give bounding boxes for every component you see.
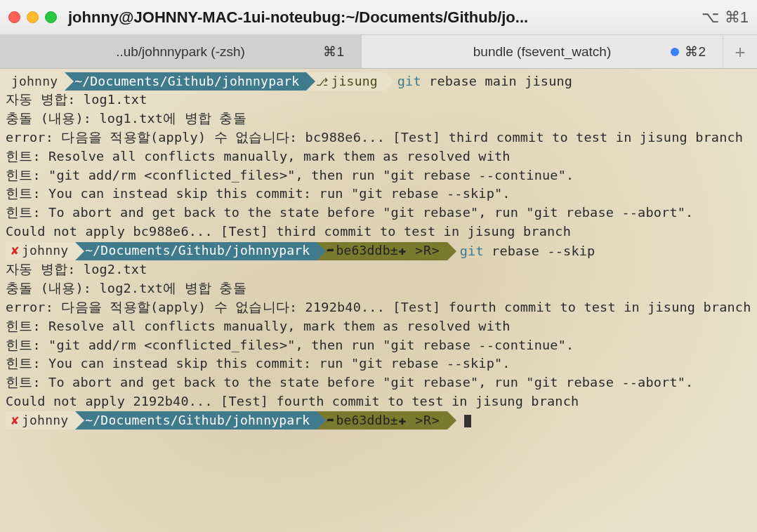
output-line: Could not apply 2192b40... [Test] fourth… (6, 392, 751, 411)
cursor (464, 415, 471, 427)
git-keyword: git (397, 74, 421, 88)
commit-icon (327, 411, 336, 430)
window-titlebar: johnny@JOHNNY-MAC-1ui-noteubug:~/Documen… (0, 0, 757, 35)
output-line: error: 다음을 적용할(apply) 수 없습니다: bc988e6...… (6, 128, 751, 147)
tab-1-shortcut: ⌘1 (323, 44, 344, 60)
tab-2-label: bundle (fsevent_watch) (473, 44, 611, 60)
git-status-icons: ±✚ >R> (390, 241, 440, 260)
prompt-line-2: ✘johnny ~/Documents/Github/johnnypark be… (6, 242, 595, 261)
tab-1-label: ..ub/johnnypark (-zsh) (116, 44, 245, 60)
output-line: 자동 병합: log2.txt (6, 260, 751, 279)
tab-2-shortcut: ⌘2 (685, 44, 706, 60)
prompt-line-1: johnny ~/Documents/Github/johnnypark jis… (6, 72, 572, 91)
tab-1[interactable]: ..ub/johnnypark (-zsh) ⌘1 (0, 35, 362, 68)
output-line: 힌트: To abort and get back to the state b… (6, 204, 751, 222)
prompt-user: ✘johnny (6, 242, 75, 260)
output-line: Could not apply bc988e6... [Test] third … (6, 222, 751, 241)
output-line: 충돌 (내용): log1.txt에 병합 충돌 (6, 109, 751, 128)
output-line: 힌트: "git add/rm <conflicted_files>", the… (6, 166, 751, 185)
output-line: error: 다음을 적용할(apply) 수 없습니다: 2192b40...… (6, 298, 751, 317)
error-x-icon: ✘ (11, 241, 19, 260)
branch-icon (316, 72, 331, 91)
alt-icon: ⌥ (702, 8, 719, 27)
window-title: johnny@JOHNNY-MAC-1ui-noteubug:~/Documen… (68, 8, 702, 27)
zoom-button[interactable] (45, 11, 57, 23)
prompt-path: ~/Documents/Github/johnnypark (75, 411, 317, 430)
prompt-line-3: ✘johnny ~/Documents/Github/johnnypark be… (6, 411, 471, 430)
terminal-viewport[interactable]: johnny ~/Documents/Github/johnnypark jis… (0, 69, 757, 532)
prompt-commit: be63ddb ±✚ >R> (317, 411, 447, 430)
prompt-branch: jisung (306, 72, 384, 91)
commit-icon (327, 241, 336, 260)
cmd-shortcut: ⌘1 (725, 8, 749, 27)
new-tab-button[interactable]: + (723, 35, 757, 68)
prompt-commit: be63ddb ±✚ >R> (317, 242, 447, 260)
prompt-path: ~/Documents/Github/johnnypark (65, 72, 306, 91)
output-line: 힌트: You can instead skip this commit: ru… (6, 185, 751, 204)
close-button[interactable] (8, 11, 20, 23)
tab-bar: ..ub/johnnypark (-zsh) ⌘1 bundle (fseven… (0, 35, 757, 69)
output-line: 힌트: "git add/rm <conflicted_files>", the… (6, 336, 751, 355)
output-line: 자동 병합: log1.txt (6, 91, 751, 109)
output-line: 힌트: You can instead skip this commit: ru… (6, 354, 751, 373)
output-line: 충돌 (내용): log2.txt에 병합 충돌 (6, 279, 751, 298)
minimize-button[interactable] (27, 11, 39, 23)
command-2: git rebase --skip (447, 242, 595, 261)
error-x-icon: ✘ (11, 411, 19, 430)
git-status-icons: ±✚ >R> (390, 411, 440, 430)
window-shortcut: ⌥⌘1 (702, 8, 749, 27)
prompt-path: ~/Documents/Github/johnnypark (75, 242, 317, 260)
output-line: 힌트: Resolve all conflicts manually, mark… (6, 147, 751, 166)
traffic-lights (8, 11, 57, 23)
prompt-user: johnny (6, 72, 65, 91)
tab-2[interactable]: bundle (fsevent_watch) ⌘2 (362, 35, 723, 68)
command-1: git rebase main jisung (385, 72, 572, 91)
output-line: 힌트: Resolve all conflicts manually, mark… (6, 317, 751, 336)
tab-2-dot-icon (671, 48, 679, 56)
prompt-user: ✘johnny (6, 411, 75, 430)
output-line: 힌트: To abort and get back to the state b… (6, 373, 751, 392)
git-keyword: git (460, 244, 484, 258)
